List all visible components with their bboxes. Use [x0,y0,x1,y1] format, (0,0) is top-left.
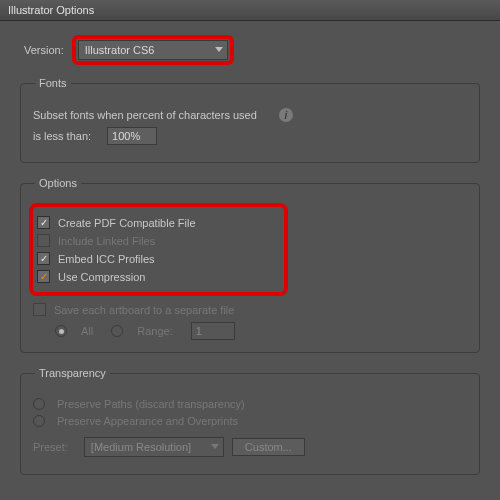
fonts-percent-input[interactable] [107,127,157,145]
transparency-legend: Transparency [35,367,110,379]
preserve-paths-row: Preserve Paths (discard transparency) [33,398,467,410]
include-linked-row: Include Linked Files [37,234,204,247]
save-artboards-row: Save each artboard to a separate file [33,303,467,316]
version-row: Version: Illustrator CS6 [14,35,486,65]
embed-icc-row: Embed ICC Profiles [37,252,204,265]
fonts-legend: Fonts [35,77,71,89]
preset-dropdown: [Medium Resolution] [84,437,224,457]
embed-icc-label: Embed ICC Profiles [58,253,155,265]
pdf-compatible-label: Create PDF Compatible File [58,217,196,229]
chevron-down-icon [211,444,219,449]
options-legend: Options [35,177,81,189]
preserve-appearance-row: Preserve Appearance and Overprints [33,415,467,427]
radio-preserve-appearance [33,415,45,427]
save-artboards-checkbox [33,303,46,316]
radio-all-label: All [81,325,93,337]
include-linked-label: Include Linked Files [58,235,155,247]
radio-preserve-paths [33,398,45,410]
preset-row: Preset: [Medium Resolution] Custom... [33,437,467,457]
artboard-range-row: All Range: [55,322,467,340]
version-value: Illustrator CS6 [85,44,155,56]
pdf-compatible-checkbox[interactable] [37,216,50,229]
save-artboards-label: Save each artboard to a separate file [54,304,234,316]
embed-icc-checkbox[interactable] [37,252,50,265]
window-titlebar: Illustrator Options [0,0,500,21]
range-input [191,322,235,340]
preset-value: [Medium Resolution] [91,441,191,453]
fonts-subset-label: Subset fonts when percent of characters … [33,109,257,121]
use-compression-checkbox[interactable] [37,270,50,283]
version-dropdown[interactable]: Illustrator CS6 [78,40,228,60]
info-icon[interactable]: i [279,108,293,122]
preset-label: Preset: [33,441,68,453]
radio-range [111,325,123,337]
use-compression-row: Use Compression [37,270,204,283]
fonts-lessthan-row: is less than: [33,127,467,145]
transparency-group: Transparency Preserve Paths (discard tra… [20,367,480,475]
options-panel: Version: Illustrator CS6 Fonts Subset fo… [0,21,500,500]
version-highlight: Illustrator CS6 [72,35,234,65]
window-title: Illustrator Options [8,4,94,16]
pdf-compatible-row: Create PDF Compatible File [37,216,204,229]
radio-range-label: Range: [137,325,172,337]
custom-button: Custom... [232,438,305,456]
fonts-group: Fonts Subset fonts when percent of chara… [20,77,480,163]
fonts-lessthan-label: is less than: [33,130,91,142]
fonts-subset-row: Subset fonts when percent of characters … [33,108,467,122]
chevron-down-icon [215,47,223,52]
use-compression-label: Use Compression [58,271,145,283]
radio-all [55,325,67,337]
version-label: Version: [24,44,64,56]
options-highlight: Create PDF Compatible File Include Linke… [29,203,288,296]
options-group: Options Create PDF Compatible File Inclu… [20,177,480,353]
preserve-appearance-label: Preserve Appearance and Overprints [57,415,238,427]
preserve-paths-label: Preserve Paths (discard transparency) [57,398,245,410]
include-linked-checkbox [37,234,50,247]
